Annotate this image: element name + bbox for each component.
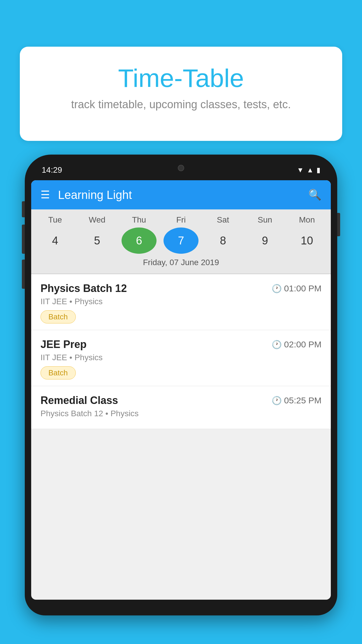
day-8[interactable]: 8 — [205, 228, 240, 254]
calendar-strip: Tue Wed Thu Fri Sat Sun Mon 4 5 6 7 8 9 … — [31, 209, 331, 274]
day-6-today[interactable]: 6 — [122, 228, 157, 254]
schedule-item-jee-prep[interactable]: JEE Prep 🕐 02:00 PM IIT JEE • Physics Ba… — [31, 330, 331, 386]
day-7-selected[interactable]: 7 — [164, 228, 198, 254]
app-bar-title: Learning Light — [58, 188, 300, 202]
phone-notch — [162, 160, 200, 176]
speech-bubble-section: Time-Table track timetable, upcoming cla… — [20, 47, 342, 141]
schedule-item-header-3: Remedial Class 🕐 05:25 PM — [41, 394, 321, 407]
schedule-title-2: JEE Prep — [41, 338, 87, 351]
schedule-time-label-3: 05:25 PM — [284, 396, 321, 405]
day-5[interactable]: 5 — [80, 228, 115, 254]
schedule-container: Physics Batch 12 🕐 01:00 PM IIT JEE • Ph… — [31, 274, 331, 429]
clock-icon-3: 🕐 — [272, 396, 282, 405]
schedule-item-header-2: JEE Prep 🕐 02:00 PM — [41, 338, 321, 351]
volume-down-button — [22, 225, 25, 254]
day-headers: Tue Wed Thu Fri Sat Sun Mon — [34, 215, 328, 225]
volume-up-button — [22, 201, 25, 217]
day-header-wed: Wed — [80, 215, 115, 225]
front-camera — [178, 165, 184, 171]
battery-icon: ▮ — [317, 166, 320, 174]
schedule-title-1: Physics Batch 12 — [41, 282, 127, 295]
day-header-thu: Thu — [122, 215, 157, 225]
day-numbers: 4 5 6 7 8 9 10 — [34, 228, 328, 254]
schedule-title-3: Remedial Class — [41, 394, 118, 407]
phone-screen: ☰ Learning Light 🔍 Tue Wed Thu Fri Sat S… — [31, 180, 331, 600]
day-header-sat: Sat — [205, 215, 240, 225]
batch-badge-2: Batch — [41, 366, 76, 379]
schedule-subtitle-1: IIT JEE • Physics — [41, 297, 321, 306]
day-4[interactable]: 4 — [38, 228, 73, 254]
schedule-time-1: 🕐 01:00 PM — [272, 284, 321, 293]
schedule-subtitle-3: Physics Batch 12 • Physics — [41, 409, 321, 418]
power-button — [337, 213, 340, 236]
day-header-mon: Mon — [289, 215, 324, 225]
hamburger-icon[interactable]: ☰ — [41, 190, 50, 200]
schedule-time-label-2: 02:00 PM — [284, 340, 321, 349]
schedule-time-label-1: 01:00 PM — [284, 284, 321, 293]
search-icon[interactable]: 🔍 — [308, 189, 321, 201]
phone-wrapper: 14:29 ▼ ▲ ▮ ☰ Learning Light 🔍 Tue — [25, 155, 337, 644]
day-header-sun: Sun — [247, 215, 282, 225]
signal-icon: ▲ — [307, 166, 314, 174]
day-header-fri: Fri — [164, 215, 198, 225]
speech-bubble-card: Time-Table track timetable, upcoming cla… — [20, 47, 342, 141]
wifi-icon: ▼ — [297, 166, 304, 174]
app-bar: ☰ Learning Light 🔍 — [31, 180, 331, 209]
day-header-tue: Tue — [38, 215, 73, 225]
schedule-item-physics-batch[interactable]: Physics Batch 12 🕐 01:00 PM IIT JEE • Ph… — [31, 274, 331, 330]
schedule-item-remedial[interactable]: Remedial Class 🕐 05:25 PM Physics Batch … — [31, 386, 331, 429]
phone-outer: 14:29 ▼ ▲ ▮ ☰ Learning Light 🔍 Tue — [25, 155, 337, 615]
status-icons: ▼ ▲ ▮ — [297, 166, 320, 174]
schedule-time-3: 🕐 05:25 PM — [272, 396, 321, 405]
day-10[interactable]: 10 — [289, 228, 324, 254]
silent-button — [22, 260, 25, 289]
schedule-subtitle-2: IIT JEE • Physics — [41, 353, 321, 362]
clock-icon-2: 🕐 — [272, 340, 282, 349]
status-bar: 14:29 ▼ ▲ ▮ — [30, 160, 332, 180]
status-time: 14:29 — [42, 165, 62, 175]
batch-badge-1: Batch — [41, 310, 76, 323]
clock-icon-1: 🕐 — [272, 284, 282, 293]
bubble-title: Time-Table — [37, 64, 325, 92]
selected-date-label: Friday, 07 June 2019 — [34, 258, 328, 271]
day-9[interactable]: 9 — [247, 228, 282, 254]
schedule-time-2: 🕐 02:00 PM — [272, 340, 321, 349]
schedule-item-header-1: Physics Batch 12 🕐 01:00 PM — [41, 282, 321, 295]
bubble-subtitle: track timetable, upcoming classes, tests… — [37, 98, 325, 111]
